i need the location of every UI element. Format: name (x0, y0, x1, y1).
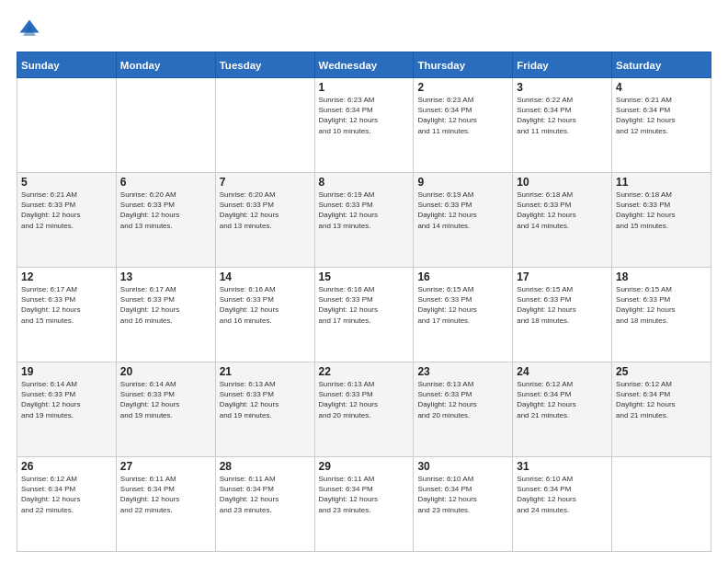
day-info: Sunrise: 6:15 AM Sunset: 6:33 PM Dayligh… (517, 284, 608, 326)
calendar-cell: 1Sunrise: 6:23 AM Sunset: 6:34 PM Daylig… (314, 78, 414, 173)
day-info: Sunrise: 6:19 AM Sunset: 6:33 PM Dayligh… (417, 190, 508, 231)
day-info: Sunrise: 6:20 AM Sunset: 6:33 PM Dayligh… (220, 190, 311, 231)
logo-icon (17, 17, 42, 42)
day-number: 21 (220, 365, 311, 378)
day-number: 1 (319, 81, 410, 94)
day-number: 20 (120, 365, 211, 378)
day-number: 9 (417, 176, 508, 189)
day-info: Sunrise: 6:11 AM Sunset: 6:34 PM Dayligh… (319, 474, 410, 515)
calendar-cell (116, 78, 215, 173)
calendar-cell: 30Sunrise: 6:10 AM Sunset: 6:34 PM Dayli… (414, 457, 513, 552)
day-number: 22 (319, 365, 410, 378)
day-number: 11 (616, 176, 707, 189)
day-info: Sunrise: 6:14 AM Sunset: 6:33 PM Dayligh… (21, 379, 112, 420)
day-info: Sunrise: 6:22 AM Sunset: 6:34 PM Dayligh… (517, 95, 608, 136)
day-info: Sunrise: 6:13 AM Sunset: 6:33 PM Dayligh… (220, 379, 311, 420)
calendar-week-row: 26Sunrise: 6:12 AM Sunset: 6:34 PM Dayli… (17, 457, 711, 552)
calendar-cell: 19Sunrise: 6:14 AM Sunset: 6:33 PM Dayli… (17, 362, 117, 457)
weekday-header: Thursday (414, 52, 513, 78)
day-number: 6 (120, 176, 211, 189)
weekday-header: Sunday (17, 52, 117, 78)
day-info: Sunrise: 6:19 AM Sunset: 6:33 PM Dayligh… (319, 190, 410, 231)
day-info: Sunrise: 6:12 AM Sunset: 6:34 PM Dayligh… (616, 379, 707, 420)
day-info: Sunrise: 6:17 AM Sunset: 6:33 PM Dayligh… (120, 284, 211, 326)
day-number: 13 (120, 270, 211, 283)
day-info: Sunrise: 6:16 AM Sunset: 6:33 PM Dayligh… (319, 284, 410, 326)
day-number: 4 (616, 81, 707, 94)
day-info: Sunrise: 6:15 AM Sunset: 6:33 PM Dayligh… (616, 284, 707, 326)
day-info: Sunrise: 6:10 AM Sunset: 6:34 PM Dayligh… (417, 474, 508, 515)
day-info: Sunrise: 6:13 AM Sunset: 6:33 PM Dayligh… (319, 379, 410, 420)
page: SundayMondayTuesdayWednesdayThursdayFrid… (0, 0, 728, 563)
calendar-cell: 24Sunrise: 6:12 AM Sunset: 6:34 PM Dayli… (513, 362, 612, 457)
logo (17, 17, 46, 42)
calendar-cell: 21Sunrise: 6:13 AM Sunset: 6:33 PM Dayli… (215, 362, 314, 457)
day-info: Sunrise: 6:11 AM Sunset: 6:34 PM Dayligh… (220, 474, 311, 515)
calendar-cell: 17Sunrise: 6:15 AM Sunset: 6:33 PM Dayli… (513, 268, 612, 362)
calendar-cell: 20Sunrise: 6:14 AM Sunset: 6:33 PM Dayli… (116, 362, 215, 457)
calendar-cell: 7Sunrise: 6:20 AM Sunset: 6:33 PM Daylig… (215, 173, 314, 268)
calendar-cell: 6Sunrise: 6:20 AM Sunset: 6:33 PM Daylig… (116, 173, 215, 268)
calendar-cell: 27Sunrise: 6:11 AM Sunset: 6:34 PM Dayli… (116, 457, 215, 552)
calendar-cell: 11Sunrise: 6:18 AM Sunset: 6:33 PM Dayli… (612, 173, 711, 268)
calendar-cell: 13Sunrise: 6:17 AM Sunset: 6:33 PM Dayli… (116, 268, 215, 362)
day-info: Sunrise: 6:20 AM Sunset: 6:33 PM Dayligh… (120, 190, 211, 231)
day-number: 8 (319, 176, 410, 189)
day-number: 26 (21, 460, 112, 473)
day-number: 3 (517, 81, 608, 94)
calendar-cell: 29Sunrise: 6:11 AM Sunset: 6:34 PM Dayli… (314, 457, 414, 552)
weekday-header: Tuesday (215, 52, 314, 78)
day-info: Sunrise: 6:12 AM Sunset: 6:34 PM Dayligh… (517, 379, 608, 420)
calendar-cell (17, 78, 117, 173)
calendar-cell: 8Sunrise: 6:19 AM Sunset: 6:33 PM Daylig… (314, 173, 414, 268)
day-number: 5 (21, 176, 112, 189)
weekday-header-row: SundayMondayTuesdayWednesdayThursdayFrid… (17, 52, 711, 78)
day-info: Sunrise: 6:23 AM Sunset: 6:34 PM Dayligh… (319, 95, 410, 136)
day-number: 30 (417, 460, 508, 473)
day-info: Sunrise: 6:18 AM Sunset: 6:33 PM Dayligh… (616, 190, 707, 231)
day-info: Sunrise: 6:14 AM Sunset: 6:33 PM Dayligh… (120, 379, 211, 420)
calendar-table: SundayMondayTuesdayWednesdayThursdayFrid… (17, 52, 711, 552)
day-number: 28 (220, 460, 311, 473)
weekday-header: Friday (513, 52, 612, 78)
calendar-cell: 2Sunrise: 6:23 AM Sunset: 6:34 PM Daylig… (414, 78, 513, 173)
calendar-cell: 16Sunrise: 6:15 AM Sunset: 6:33 PM Dayli… (414, 268, 513, 362)
day-number: 18 (616, 270, 707, 283)
calendar-cell: 25Sunrise: 6:12 AM Sunset: 6:34 PM Dayli… (612, 362, 711, 457)
calendar-week-row: 5Sunrise: 6:21 AM Sunset: 6:33 PM Daylig… (17, 173, 711, 268)
calendar-week-row: 1Sunrise: 6:23 AM Sunset: 6:34 PM Daylig… (17, 78, 711, 173)
day-info: Sunrise: 6:17 AM Sunset: 6:33 PM Dayligh… (21, 284, 112, 326)
day-number: 23 (417, 365, 508, 378)
day-number: 17 (517, 270, 608, 283)
day-info: Sunrise: 6:10 AM Sunset: 6:34 PM Dayligh… (517, 474, 608, 515)
calendar-cell: 4Sunrise: 6:21 AM Sunset: 6:34 PM Daylig… (612, 78, 711, 173)
day-number: 29 (319, 460, 410, 473)
calendar-week-row: 12Sunrise: 6:17 AM Sunset: 6:33 PM Dayli… (17, 268, 711, 362)
calendar-cell: 28Sunrise: 6:11 AM Sunset: 6:34 PM Dayli… (215, 457, 314, 552)
day-info: Sunrise: 6:12 AM Sunset: 6:34 PM Dayligh… (21, 474, 112, 515)
day-number: 15 (319, 270, 410, 283)
day-info: Sunrise: 6:16 AM Sunset: 6:33 PM Dayligh… (220, 284, 311, 326)
day-info: Sunrise: 6:18 AM Sunset: 6:33 PM Dayligh… (517, 190, 608, 231)
calendar-cell: 22Sunrise: 6:13 AM Sunset: 6:33 PM Dayli… (314, 362, 414, 457)
calendar-cell: 3Sunrise: 6:22 AM Sunset: 6:34 PM Daylig… (513, 78, 612, 173)
calendar-cell: 23Sunrise: 6:13 AM Sunset: 6:33 PM Dayli… (414, 362, 513, 457)
day-number: 27 (120, 460, 211, 473)
day-number: 31 (517, 460, 608, 473)
day-info: Sunrise: 6:21 AM Sunset: 6:33 PM Dayligh… (21, 190, 112, 231)
calendar-cell: 9Sunrise: 6:19 AM Sunset: 6:33 PM Daylig… (414, 173, 513, 268)
calendar-cell: 10Sunrise: 6:18 AM Sunset: 6:33 PM Dayli… (513, 173, 612, 268)
day-number: 7 (220, 176, 311, 189)
calendar-cell: 12Sunrise: 6:17 AM Sunset: 6:33 PM Dayli… (17, 268, 117, 362)
day-number: 24 (517, 365, 608, 378)
calendar-cell: 26Sunrise: 6:12 AM Sunset: 6:34 PM Dayli… (17, 457, 117, 552)
weekday-header: Saturday (612, 52, 711, 78)
calendar-cell: 14Sunrise: 6:16 AM Sunset: 6:33 PM Dayli… (215, 268, 314, 362)
day-number: 14 (220, 270, 311, 283)
header (17, 17, 711, 42)
calendar-cell: 31Sunrise: 6:10 AM Sunset: 6:34 PM Dayli… (513, 457, 612, 552)
day-info: Sunrise: 6:21 AM Sunset: 6:34 PM Dayligh… (616, 95, 707, 136)
calendar-cell (612, 457, 711, 552)
calendar-week-row: 19Sunrise: 6:14 AM Sunset: 6:33 PM Dayli… (17, 362, 711, 457)
calendar-cell: 5Sunrise: 6:21 AM Sunset: 6:33 PM Daylig… (17, 173, 117, 268)
